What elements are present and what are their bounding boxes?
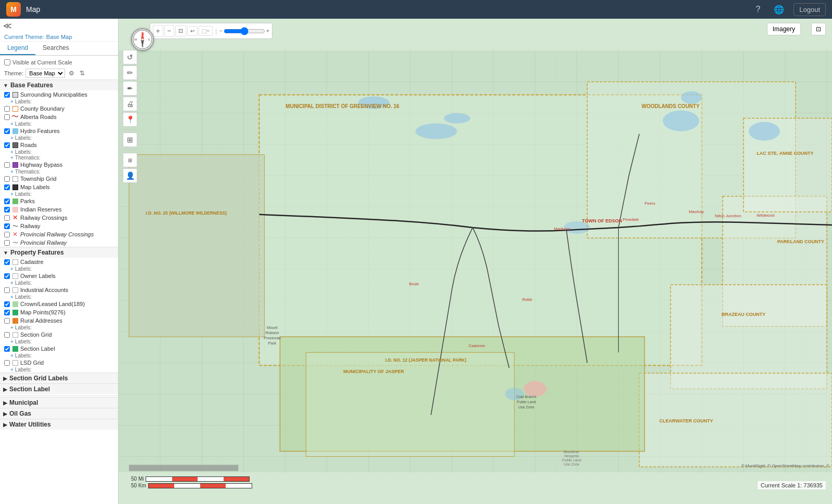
svg-text:Public Land: Public Land <box>562 458 581 462</box>
cb-roads[interactable] <box>4 142 10 148</box>
cb-hydro-features[interactable] <box>4 128 10 134</box>
theme-select[interactable]: Base Map <box>25 69 65 78</box>
zoom-slider[interactable] <box>224 27 265 35</box>
sub-cadastre-labels: +Labels: <box>0 266 118 272</box>
pen-tool[interactable]: ✒ <box>123 81 137 96</box>
section-section-label[interactable]: ▶ Section Label <box>0 383 118 394</box>
pan-tool[interactable]: ↺ <box>123 50 137 64</box>
svg-text:E: E <box>148 38 150 41</box>
svg-text:TOWN OF EDSON: TOWN OF EDSON <box>582 218 622 223</box>
cb-cadastre[interactable] <box>4 259 10 265</box>
map-area[interactable]: N S W E + − ⊡ ↩ ⬚− | − + ↺ ✏ ✒ 🖨 📍 <box>119 19 832 504</box>
visible-scale-checkbox[interactable] <box>4 59 10 65</box>
svg-rect-76 <box>306 352 515 456</box>
cb-rural-addresses[interactable] <box>4 318 10 324</box>
layer-crown-leased: Crown/Leased Land(189) <box>0 300 118 308</box>
print-tool[interactable]: 🖨 <box>123 97 137 111</box>
cb-surrounding-municipalities[interactable] <box>4 92 10 98</box>
layers-tool[interactable]: ⊞ <box>123 132 137 147</box>
sub-roads-thematics: +Thematics: <box>0 155 118 161</box>
tab-searches[interactable]: Searches <box>35 42 76 55</box>
cb-township-grid[interactable] <box>4 176 10 182</box>
cb-provincial-railway-crossings[interactable] <box>4 232 10 237</box>
section-section-grid-labels[interactable]: ▶ Section Grid Labels <box>0 373 118 383</box>
section-base-features[interactable]: ▼ Base Features <box>0 79 118 90</box>
svg-text:MUNICIPALITY OF JASPER: MUNICIPALITY OF JASPER <box>343 369 404 374</box>
layer-surrounding-municipalities: Surrounding Municipalities <box>0 90 118 99</box>
collapse-arrow[interactable]: ≪ <box>0 19 118 33</box>
sub-roads-labels: +Labels: <box>0 149 118 155</box>
zoom-in-button[interactable]: + <box>153 25 163 37</box>
svg-text:Marlboro: Marlboro <box>554 227 570 231</box>
layer-railway: 〜 Railway <box>0 222 118 230</box>
layer-section-label: Section Label <box>0 344 118 353</box>
main-layout: ≪ Current Theme: Base Map Legend Searche… <box>0 19 832 504</box>
logout-button[interactable]: Logout <box>794 3 826 16</box>
cb-county-boundary[interactable] <box>4 106 10 112</box>
visible-scale-row: Visible at Current Scale <box>0 58 118 67</box>
zoom-previous-button[interactable]: ↩ <box>187 26 198 36</box>
pin-tool[interactable]: 📍 <box>123 112 137 127</box>
svg-text:I.D. NO. 25 (WILLMORE WILDERNE: I.D. NO. 25 (WILLMORE WILDERNESS) <box>146 210 227 216</box>
imagery-button[interactable]: Imagery <box>767 23 801 35</box>
cb-alberta-roads[interactable] <box>4 114 10 120</box>
tab-legend[interactable]: Legend <box>0 42 35 55</box>
svg-text:Pinedale: Pinedale <box>622 217 639 222</box>
cb-industrial-accounts[interactable] <box>4 287 10 293</box>
svg-point-81 <box>681 91 702 104</box>
zoom-extent-button[interactable]: ⊡ <box>175 25 186 36</box>
globe-button[interactable]: 🌐 <box>770 3 788 17</box>
cb-parks[interactable] <box>4 198 10 204</box>
layer-indian-reserves: Indian Reserves <box>0 205 118 214</box>
layer-cadastre: Cadastre <box>0 258 118 266</box>
layer-industrial-accounts: Industrial Accounts <box>0 286 118 294</box>
cb-provincial-railway[interactable] <box>4 240 10 246</box>
fullscreen-button[interactable]: ⊡ <box>811 23 826 35</box>
sub-rural-addresses-labels: +Labels: <box>0 325 118 330</box>
layer-owner-labels: Owner Labels <box>0 272 118 280</box>
map-toolbar: + − ⊡ ↩ ⬚− | − + <box>150 23 272 39</box>
user-tool[interactable]: 👤 <box>123 168 137 183</box>
cb-section-label[interactable] <box>4 346 10 352</box>
layer-parks: Parks <box>0 197 118 205</box>
section-water-utilities[interactable]: ▶ Water Utilities <box>0 419 118 430</box>
info-tool[interactable]: ⊞ <box>123 153 137 167</box>
cb-railway[interactable] <box>4 223 10 229</box>
cb-lsd-grid[interactable] <box>4 360 10 366</box>
layer-rural-addresses: Rural Addresses <box>0 316 118 325</box>
svg-point-80 <box>663 111 699 131</box>
section-municipal[interactable]: ▶ Municipal <box>0 397 118 408</box>
sub-alberta-roads-labels: +Labels: <box>0 121 118 127</box>
cb-section-grid[interactable] <box>4 332 10 338</box>
cb-indian-reserves[interactable] <box>4 207 10 213</box>
zoom-divider: | <box>214 28 218 35</box>
draw-tool[interactable]: ✏ <box>123 65 137 80</box>
cb-crown-leased[interactable] <box>4 301 10 307</box>
cb-highway-bypass[interactable] <box>4 162 10 168</box>
zoom-out-button[interactable]: − <box>164 25 175 37</box>
theme-adjust-btn[interactable]: ⇅ <box>78 69 86 77</box>
svg-text:Coal Branch: Coal Branch <box>516 395 537 399</box>
svg-text:Blackliner: Blackliner <box>564 450 580 454</box>
left-map-tools: ↺ ✏ ✒ 🖨 📍 ⊞ ⊞ 👤 <box>123 50 137 183</box>
sub-owner-labels-labels: +Labels: <box>0 280 118 286</box>
theme-config-btn[interactable]: ⚙ <box>67 69 76 77</box>
layer-railway-crossings: ✕ Railway Crossings <box>0 214 118 222</box>
cb-map-labels[interactable] <box>4 184 10 190</box>
cb-owner-labels[interactable] <box>4 273 10 279</box>
cb-map-points[interactable] <box>4 310 10 315</box>
sub-surrounding-municipalities-labels: +Labels: <box>0 99 118 104</box>
cb-railway-crossings[interactable] <box>4 215 10 221</box>
measure-button[interactable]: ⬚− <box>199 26 213 36</box>
svg-text:MUNICIPAL DISTRICT OF GREENVIE: MUNICIPAL DISTRICT OF GREENVIEW NO. 16 <box>285 103 399 109</box>
section-property-features[interactable]: ▼ Property Features <box>0 247 118 258</box>
map-svg[interactable]: MUNICIPAL DISTRICT OF GREENVIEW NO. 16 W… <box>119 19 832 504</box>
svg-text:Wildwood: Wildwood <box>757 213 775 218</box>
svg-text:Robb: Robb <box>522 297 532 302</box>
svg-point-78 <box>444 113 470 124</box>
section-oil-gas[interactable]: ▶ Oil Gas <box>0 408 118 419</box>
legend-scroll[interactable]: Visible at Current Scale Theme: Base Map… <box>0 56 118 504</box>
help-button[interactable]: ? <box>751 3 764 16</box>
current-scale: Current Scale 1: 736935 <box>758 481 826 489</box>
scale-bar: 50 Mi 50 Km <box>131 476 252 489</box>
